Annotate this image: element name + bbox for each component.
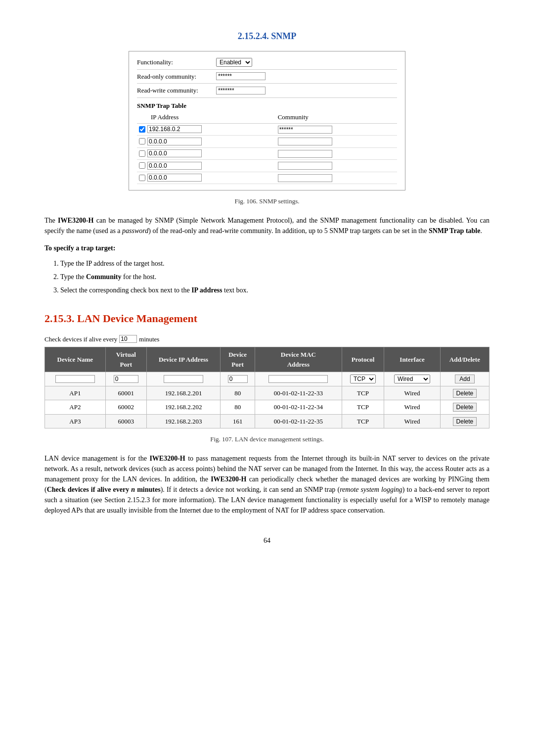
col-device-name: Device Name — [45, 347, 106, 372]
trap-ip-input-3[interactable] — [147, 162, 202, 170]
lan-interface-2: Wired — [384, 414, 440, 428]
lan-action-0[interactable]: Delete — [440, 386, 489, 400]
lan-device-mac-0: 00-01-02-11-22-33 — [255, 386, 342, 400]
lan-table-container: Check devices if alive every minutes Dev… — [44, 334, 490, 429]
lan-data-row-1: AP2 60002 192.168.2.202 80 00-01-02-11-2… — [45, 400, 490, 415]
step-3: Select the corresponding check box next … — [60, 285, 490, 295]
col-device-port: DevicePort — [221, 347, 255, 372]
trap-community-cell-3[interactable] — [276, 160, 397, 172]
snmp-readwrite-row: Read-write community: — [137, 86, 397, 98]
readonly-label: Read-only community: — [137, 72, 216, 82]
lan-data-row-0: AP1 60001 192.168.2.201 80 00-01-02-11-2… — [45, 386, 490, 400]
lan-action-1[interactable]: Delete — [440, 400, 489, 415]
col-add-delete: Add/Delete — [440, 347, 489, 372]
lan-device-name-2: AP3 — [45, 414, 106, 428]
input-device-name[interactable] — [55, 375, 95, 383]
col-virtual-port: VirtualPort — [105, 347, 146, 372]
lan-device-name-1: AP2 — [45, 400, 106, 415]
trap-community-cell-4[interactable] — [276, 172, 397, 184]
lan-device-port-0: 80 — [221, 386, 255, 400]
col-protocol: Protocol — [342, 347, 384, 372]
lan-device-mac-2: 00-01-02-11-22-35 — [255, 414, 342, 428]
trap-ip-input-0[interactable] — [147, 125, 202, 133]
lan-action-2[interactable]: Delete — [440, 414, 489, 428]
input-interface-select[interactable]: Wired Wireless — [394, 375, 430, 383]
trap-community-cell-2[interactable] — [276, 147, 397, 160]
snmp-section: 2.15.2.4. SNMP Functionality: Enabled Di… — [44, 30, 490, 295]
lan-protocol-2: TCP — [342, 414, 384, 428]
lan-section: 2.15.3. LAN Device Management Check devi… — [44, 310, 490, 516]
lan-device-ip-2: 192.168.2.203 — [146, 414, 220, 428]
page-number: 64 — [44, 535, 490, 546]
trap-ip-input-1[interactable] — [147, 138, 202, 145]
readonly-input[interactable] — [216, 72, 266, 80]
functionality-select[interactable]: Enabled Disabled — [216, 58, 252, 67]
snmp-readonly-row: Read-only community: — [137, 72, 397, 84]
input-device-mac-cell[interactable] — [255, 372, 342, 386]
trap-row-3 — [137, 160, 397, 172]
lan-virtual-port-2: 60003 — [105, 414, 146, 428]
delete-button-2[interactable]: Delete — [453, 417, 477, 426]
trap-community-cell-0[interactable] — [276, 123, 397, 136]
trap-checkbox-2[interactable] — [139, 150, 145, 157]
check-alive-row: Check devices if alive every minutes — [44, 334, 490, 344]
trap-ip-cell-0[interactable] — [137, 123, 276, 136]
trap-ip-input-2[interactable] — [147, 149, 202, 157]
input-device-mac[interactable] — [268, 375, 328, 383]
trap-checkbox-3[interactable] — [139, 162, 145, 169]
input-device-ip[interactable] — [164, 375, 203, 383]
step-1: Type the IP address of the target host. — [60, 258, 490, 269]
input-protocol-select[interactable]: TCP UDP — [350, 375, 376, 383]
snmp-trap-table: IP Address Community — [137, 111, 397, 184]
lan-device-port-1: 80 — [221, 400, 255, 415]
trap-community-input-4[interactable] — [278, 174, 332, 182]
input-device-port-cell[interactable] — [221, 372, 255, 386]
input-device-port[interactable] — [228, 375, 248, 383]
lan-device-ip-1: 192.168.2.202 — [146, 400, 220, 415]
trap-col-ip: IP Address — [137, 111, 276, 123]
input-device-ip-cell[interactable] — [146, 372, 220, 386]
lan-interface-0: Wired — [384, 386, 440, 400]
trap-checkbox-1[interactable] — [139, 138, 145, 144]
lan-body-text: LAN device management is for the IWE3200… — [44, 453, 490, 516]
lan-virtual-port-0: 60001 — [105, 386, 146, 400]
snmp-trap-table-container: SNMP Trap Table IP Address Community — [137, 101, 397, 185]
lan-virtual-port-1: 60002 — [105, 400, 146, 415]
lan-input-row: TCP UDP Wired Wireless Add — [45, 372, 490, 386]
lan-protocol-1: TCP — [342, 400, 384, 415]
lan-device-mac-1: 00-01-02-11-22-34 — [255, 400, 342, 415]
input-interface-cell[interactable]: Wired Wireless — [384, 372, 440, 386]
delete-button-1[interactable]: Delete — [453, 403, 477, 412]
trap-checkbox-4[interactable] — [139, 175, 145, 181]
trap-community-input-3[interactable] — [278, 162, 332, 170]
input-add-cell[interactable]: Add — [440, 372, 489, 386]
trap-target-title: To specify a trap target: — [44, 243, 490, 253]
trap-community-input-0[interactable] — [278, 126, 332, 134]
input-protocol-cell[interactable]: TCP UDP — [342, 372, 384, 386]
check-label-before: Check devices if alive every — [44, 334, 117, 344]
trap-community-input-2[interactable] — [278, 150, 332, 158]
trap-checkbox-0[interactable] — [139, 126, 145, 133]
trap-ip-cell-4[interactable] — [137, 172, 276, 184]
check-alive-input[interactable] — [119, 335, 137, 343]
trap-row-2 — [137, 147, 397, 160]
delete-button-0[interactable]: Delete — [453, 389, 477, 398]
lan-device-ip-0: 192.168.2.201 — [146, 386, 220, 400]
snmp-functionality-row: Functionality: Enabled Disabled — [137, 57, 397, 70]
snmp-fig-caption: Fig. 106. SNMP settings. — [44, 196, 490, 206]
lan-title: 2.15.3. LAN Device Management — [44, 310, 490, 327]
trap-ip-input-4[interactable] — [147, 174, 202, 182]
trap-ip-cell-3[interactable] — [137, 160, 276, 172]
trap-ip-cell-1[interactable] — [137, 136, 276, 148]
readwrite-input[interactable] — [216, 87, 266, 94]
input-virtual-port-cell[interactable] — [105, 372, 146, 386]
trap-community-input-1[interactable] — [278, 138, 332, 145]
snmp-title: 2.15.2.4. SNMP — [44, 30, 490, 43]
input-virtual-port[interactable] — [114, 375, 138, 383]
trap-row-1 — [137, 136, 397, 148]
add-button[interactable]: Add — [455, 375, 474, 383]
trap-community-cell-1[interactable] — [276, 136, 397, 148]
input-device-name-cell[interactable] — [45, 372, 106, 386]
trap-ip-cell-2[interactable] — [137, 147, 276, 160]
lan-protocol-0: TCP — [342, 386, 384, 400]
